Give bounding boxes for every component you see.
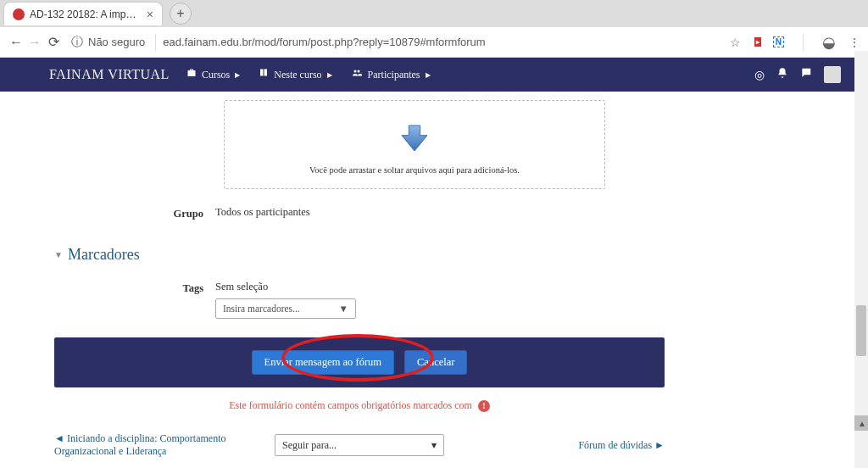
tags-row: Tags Sem seleção Insira marcadores... ▼ [54, 281, 665, 319]
tab-close-icon[interactable]: × [147, 8, 153, 21]
separator [155, 34, 156, 51]
chevron-down-icon: ▾ [431, 439, 437, 452]
menu-icon[interactable]: ⋮ [848, 36, 861, 49]
brand-title[interactable]: FAINAM VIRTUAL [49, 67, 170, 82]
nav-courses-label: Cursos [202, 69, 230, 81]
account-icon[interactable]: ◒ [822, 36, 836, 49]
dropzone-hint: Você pode arrastar e soltar arquivos aqu… [233, 165, 596, 175]
markers-title[interactable]: Marcadores [68, 246, 140, 264]
back-button[interactable]: ← [7, 35, 25, 50]
star-icon[interactable]: ☆ [729, 36, 743, 49]
scrollbar-thumb[interactable] [856, 305, 866, 356]
group-row: Grupo Todos os participantes [54, 206, 665, 220]
caret-right-icon: ▶ [235, 71, 240, 79]
new-tab-button[interactable]: + [170, 3, 192, 25]
tags-select[interactable]: Insira marcadores... ▼ [215, 298, 356, 319]
action-bar: Enviar mensagem ao fórum Cancelar [54, 337, 665, 387]
nav-courses[interactable]: Cursos ▶ [186, 68, 240, 81]
separator [803, 34, 804, 51]
bell-icon[interactable] [776, 67, 788, 82]
vertical-scrollbar[interactable]: ▲ [854, 51, 868, 468]
file-dropzone[interactable]: Você pode arrastar e soltar arquivos aqu… [224, 100, 605, 189]
nav-participants-label: Participantes [368, 69, 420, 81]
tab-title: AD-132 20182: A importância d [30, 8, 142, 20]
required-icon: ! [478, 400, 490, 412]
browser-tab[interactable]: AD-132 20182: A importância d × [3, 2, 163, 25]
prev-activity-link[interactable]: ◄ Iniciando a disciplina: Comportamento … [54, 432, 241, 458]
nav-participants[interactable]: Participantes ▶ [351, 68, 431, 81]
pdf-extension-icon[interactable]: ▸ [754, 37, 761, 47]
next-activity-link[interactable]: Fórum de dúvidas ► [478, 439, 665, 452]
nav-this-course[interactable]: Neste curso ▶ [259, 68, 331, 81]
url-text[interactable]: ead.fainam.edu.br/mod/forum/post.php?rep… [163, 36, 722, 48]
nav-this-course-label: Neste curso [274, 69, 321, 81]
forward-button[interactable]: → [25, 35, 44, 50]
user-avatar[interactable] [824, 66, 841, 83]
app-navbar: FAINAM VIRTUAL Cursos ▶ Neste curso ▶ Pa… [0, 58, 868, 92]
group-value: Todos os participantes [215, 206, 310, 219]
collapse-triangle-icon: ▼ [54, 250, 63, 259]
required-fields-note: Este formulário contém campos obrigatóri… [54, 399, 665, 412]
scroll-to-top-button[interactable]: ▲ [854, 415, 868, 431]
submit-button[interactable]: Enviar mensagem ao fórum [252, 350, 395, 375]
browser-chrome: AD-132 20182: A importância d × + ← → ⟳ … [0, 0, 868, 58]
download-arrow-icon [398, 121, 431, 155]
page-body: Você pode arrastar e soltar arquivos aqu… [0, 100, 868, 468]
insecure-label: Não seguro [88, 36, 145, 48]
caret-right-icon: ▶ [426, 71, 431, 79]
address-bar: ← → ⟳ ⓘ Não seguro ead.fainam.edu.br/mod… [0, 27, 868, 58]
reload-button[interactable]: ⟳ [44, 34, 63, 50]
chat-icon[interactable] [800, 67, 812, 82]
people-icon [351, 68, 363, 81]
activity-nav-row: ◄ Iniciando a disciplina: Comportamento … [54, 432, 665, 458]
chevron-down-icon: ▼ [339, 304, 348, 314]
caret-right-icon: ▶ [327, 71, 332, 79]
site-info-icon[interactable]: ⓘ [71, 35, 83, 50]
group-label: Grupo [54, 206, 215, 220]
tab-favicon [13, 8, 25, 20]
briefcase-icon [186, 68, 197, 81]
tags-placeholder: Insira marcadores... [223, 304, 300, 314]
tags-label: Tags [54, 281, 215, 295]
jump-placeholder: Seguir para... [282, 439, 337, 452]
book-icon [259, 68, 269, 81]
cancel-button[interactable]: Cancelar [404, 350, 467, 375]
n-extension-icon[interactable]: N [773, 36, 784, 47]
markers-section-header[interactable]: ▼ Marcadores [54, 246, 665, 264]
target-icon[interactable]: ◎ [754, 68, 765, 82]
jump-to-select[interactable]: Seguir para... ▾ [275, 434, 444, 456]
tab-bar: AD-132 20182: A importância d × + [0, 0, 868, 27]
tags-no-selection: Sem seleção [215, 281, 356, 293]
